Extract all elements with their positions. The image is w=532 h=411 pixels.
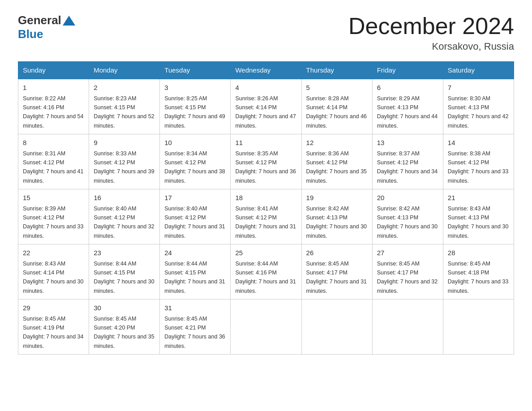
calendar-cell: 1 Sunrise: 8:22 AMSunset: 4:16 PMDayligh… xyxy=(18,79,89,134)
calendar-cell xyxy=(372,300,443,355)
calendar-cell: 6 Sunrise: 8:29 AMSunset: 4:13 PMDayligh… xyxy=(372,79,443,134)
header-friday: Friday xyxy=(372,62,443,79)
day-info: Sunrise: 8:43 AMSunset: 4:14 PMDaylight:… xyxy=(23,261,84,294)
day-number: 6 xyxy=(377,83,438,93)
day-info: Sunrise: 8:42 AMSunset: 4:13 PMDaylight:… xyxy=(377,206,438,239)
calendar-cell: 29 Sunrise: 8:45 AMSunset: 4:19 PMDaylig… xyxy=(18,300,89,355)
calendar-subtitle: Korsakovo, Russia xyxy=(348,41,514,52)
logo-triangle-icon xyxy=(63,16,75,26)
day-info: Sunrise: 8:44 AMSunset: 4:15 PMDaylight:… xyxy=(94,261,154,294)
calendar-cell: 12 Sunrise: 8:36 AMSunset: 4:12 PMDaylig… xyxy=(301,134,372,189)
day-info: Sunrise: 8:40 AMSunset: 4:12 PMDaylight:… xyxy=(164,206,225,239)
day-info: Sunrise: 8:23 AMSunset: 4:15 PMDaylight:… xyxy=(94,95,154,129)
day-number: 29 xyxy=(23,303,84,313)
calendar-cell: 24 Sunrise: 8:44 AMSunset: 4:15 PMDaylig… xyxy=(160,244,231,300)
header-tuesday: Tuesday xyxy=(160,62,231,79)
day-number: 20 xyxy=(377,193,438,203)
day-number: 22 xyxy=(23,248,84,258)
day-number: 16 xyxy=(94,193,155,203)
day-number: 23 xyxy=(94,248,155,258)
calendar-week-2: 8 Sunrise: 8:31 AMSunset: 4:12 PMDayligh… xyxy=(18,134,514,189)
day-number: 1 xyxy=(23,83,84,93)
calendar-cell: 10 Sunrise: 8:34 AMSunset: 4:12 PMDaylig… xyxy=(160,134,231,189)
calendar-cell xyxy=(231,300,301,355)
page-header: General Blue December 2024 Korsakovo, Ru… xyxy=(18,13,514,52)
calendar-cell: 26 Sunrise: 8:45 AMSunset: 4:17 PMDaylig… xyxy=(301,244,372,300)
calendar-cell: 13 Sunrise: 8:37 AMSunset: 4:12 PMDaylig… xyxy=(372,134,443,189)
day-info: Sunrise: 8:45 AMSunset: 4:17 PMDaylight:… xyxy=(306,261,367,294)
day-info: Sunrise: 8:40 AMSunset: 4:12 PMDaylight:… xyxy=(94,206,154,239)
calendar-cell: 20 Sunrise: 8:42 AMSunset: 4:13 PMDaylig… xyxy=(372,189,443,244)
day-info: Sunrise: 8:45 AMSunset: 4:19 PMDaylight:… xyxy=(23,316,84,349)
day-info: Sunrise: 8:45 AMSunset: 4:18 PMDaylight:… xyxy=(448,261,509,294)
day-number: 13 xyxy=(377,138,438,148)
calendar-week-3: 15 Sunrise: 8:39 AMSunset: 4:12 PMDaylig… xyxy=(18,189,514,244)
header-monday: Monday xyxy=(89,62,160,79)
day-number: 19 xyxy=(306,193,368,203)
day-info: Sunrise: 8:37 AMSunset: 4:12 PMDaylight:… xyxy=(377,150,438,184)
day-number: 9 xyxy=(94,138,155,148)
day-info: Sunrise: 8:33 AMSunset: 4:12 PMDaylight:… xyxy=(94,150,154,184)
day-number: 28 xyxy=(448,248,509,258)
day-info: Sunrise: 8:45 AMSunset: 4:21 PMDaylight:… xyxy=(164,316,225,349)
calendar-cell: 5 Sunrise: 8:28 AMSunset: 4:14 PMDayligh… xyxy=(301,79,372,134)
day-info: Sunrise: 8:36 AMSunset: 4:12 PMDaylight:… xyxy=(306,150,367,184)
calendar-cell: 11 Sunrise: 8:35 AMSunset: 4:12 PMDaylig… xyxy=(231,134,301,189)
calendar-cell: 4 Sunrise: 8:26 AMSunset: 4:14 PMDayligh… xyxy=(231,79,301,134)
calendar-cell: 18 Sunrise: 8:41 AMSunset: 4:12 PMDaylig… xyxy=(231,189,301,244)
day-info: Sunrise: 8:28 AMSunset: 4:14 PMDaylight:… xyxy=(306,95,367,129)
day-info: Sunrise: 8:38 AMSunset: 4:12 PMDaylight:… xyxy=(448,150,509,184)
day-number: 11 xyxy=(235,138,296,148)
day-info: Sunrise: 8:44 AMSunset: 4:16 PMDaylight:… xyxy=(235,261,296,294)
day-number: 4 xyxy=(235,83,296,93)
calendar-cell: 17 Sunrise: 8:40 AMSunset: 4:12 PMDaylig… xyxy=(160,189,231,244)
calendar-week-5: 29 Sunrise: 8:45 AMSunset: 4:19 PMDaylig… xyxy=(18,300,514,355)
header-wednesday: Wednesday xyxy=(231,62,301,79)
header-sunday: Sunday xyxy=(18,62,89,79)
day-info: Sunrise: 8:34 AMSunset: 4:12 PMDaylight:… xyxy=(164,150,225,184)
day-info: Sunrise: 8:44 AMSunset: 4:15 PMDaylight:… xyxy=(164,261,225,294)
day-info: Sunrise: 8:22 AMSunset: 4:16 PMDaylight:… xyxy=(23,95,84,129)
day-info: Sunrise: 8:29 AMSunset: 4:13 PMDaylight:… xyxy=(377,95,438,129)
calendar-cell: 27 Sunrise: 8:45 AMSunset: 4:17 PMDaylig… xyxy=(372,244,443,300)
day-number: 25 xyxy=(235,248,296,258)
calendar-week-4: 22 Sunrise: 8:43 AMSunset: 4:14 PMDaylig… xyxy=(18,244,514,300)
calendar-cell xyxy=(301,300,372,355)
calendar-cell: 9 Sunrise: 8:33 AMSunset: 4:12 PMDayligh… xyxy=(89,134,160,189)
day-number: 24 xyxy=(164,248,226,258)
logo-blue-text: Blue xyxy=(18,27,43,41)
day-info: Sunrise: 8:30 AMSunset: 4:13 PMDaylight:… xyxy=(448,95,509,129)
header-saturday: Saturday xyxy=(443,62,514,79)
calendar-title: December 2024 xyxy=(348,13,514,39)
day-number: 8 xyxy=(23,138,84,148)
day-number: 5 xyxy=(306,83,368,93)
day-number: 17 xyxy=(164,193,226,203)
day-number: 2 xyxy=(94,83,155,93)
calendar-cell: 22 Sunrise: 8:43 AMSunset: 4:14 PMDaylig… xyxy=(18,244,89,300)
logo-general-text: General xyxy=(18,13,61,27)
day-info: Sunrise: 8:42 AMSunset: 4:13 PMDaylight:… xyxy=(306,206,367,239)
day-info: Sunrise: 8:31 AMSunset: 4:12 PMDaylight:… xyxy=(23,150,84,184)
day-info: Sunrise: 8:45 AMSunset: 4:17 PMDaylight:… xyxy=(377,261,438,294)
calendar-cell: 23 Sunrise: 8:44 AMSunset: 4:15 PMDaylig… xyxy=(89,244,160,300)
calendar-cell: 25 Sunrise: 8:44 AMSunset: 4:16 PMDaylig… xyxy=(231,244,301,300)
day-number: 30 xyxy=(94,303,155,313)
day-number: 21 xyxy=(448,193,509,203)
calendar-cell: 14 Sunrise: 8:38 AMSunset: 4:12 PMDaylig… xyxy=(443,134,514,189)
day-info: Sunrise: 8:35 AMSunset: 4:12 PMDaylight:… xyxy=(235,150,296,184)
calendar-cell: 19 Sunrise: 8:42 AMSunset: 4:13 PMDaylig… xyxy=(301,189,372,244)
day-info: Sunrise: 8:25 AMSunset: 4:15 PMDaylight:… xyxy=(164,95,225,129)
calendar-cell: 2 Sunrise: 8:23 AMSunset: 4:15 PMDayligh… xyxy=(89,79,160,134)
logo: General Blue xyxy=(18,13,77,41)
calendar-cell: 16 Sunrise: 8:40 AMSunset: 4:12 PMDaylig… xyxy=(89,189,160,244)
title-block: December 2024 Korsakovo, Russia xyxy=(348,13,514,52)
header-thursday: Thursday xyxy=(301,62,372,79)
day-info: Sunrise: 8:45 AMSunset: 4:20 PMDaylight:… xyxy=(94,316,154,349)
day-info: Sunrise: 8:43 AMSunset: 4:13 PMDaylight:… xyxy=(448,206,509,239)
calendar-cell: 7 Sunrise: 8:30 AMSunset: 4:13 PMDayligh… xyxy=(443,79,514,134)
day-info: Sunrise: 8:26 AMSunset: 4:14 PMDaylight:… xyxy=(235,95,296,129)
day-info: Sunrise: 8:39 AMSunset: 4:12 PMDaylight:… xyxy=(23,206,84,239)
day-number: 7 xyxy=(448,83,509,93)
day-number: 12 xyxy=(306,138,368,148)
day-number: 27 xyxy=(377,248,438,258)
